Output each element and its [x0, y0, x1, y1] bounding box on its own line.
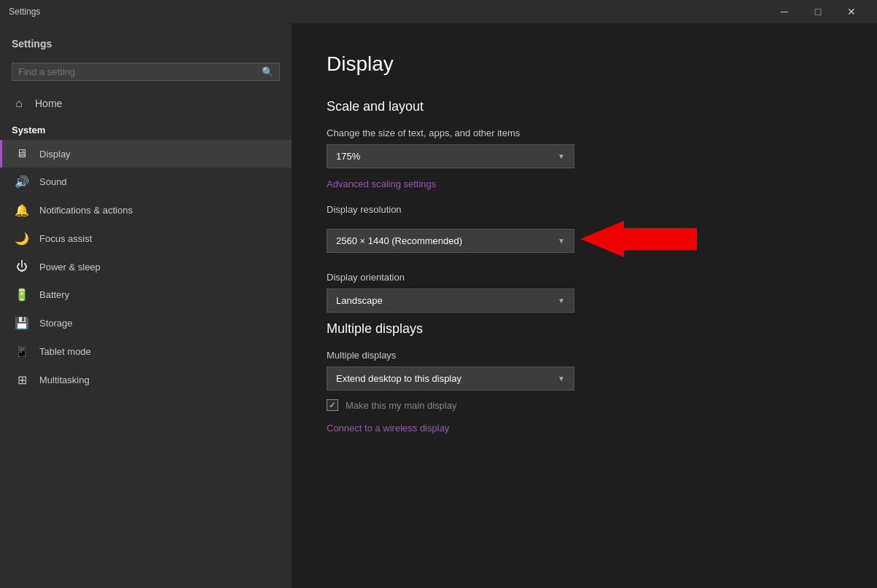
advanced-scaling-link[interactable]: Advanced scaling settings — [327, 179, 436, 189]
battery-icon: 🔋 — [15, 288, 29, 302]
sidebar-label-storage: Storage — [39, 318, 73, 329]
scale-dropdown-arrow: ▼ — [558, 152, 565, 160]
svg-marker-0 — [580, 221, 697, 257]
sidebar-label-power: Power & sleep — [39, 262, 101, 273]
multiple-displays-dropdown-arrow: ▼ — [558, 375, 565, 383]
resolution-value: 2560 × 1440 (Recommended) — [336, 235, 462, 246]
sidebar-item-focus-assist[interactable]: 🌙 Focus assist — [0, 224, 292, 253]
multiple-displays-section: Multiple displays Multiple displays Exte… — [327, 321, 842, 434]
resolution-dropdown-arrow: ▼ — [558, 237, 565, 245]
search-input[interactable] — [18, 66, 262, 77]
multiple-displays-value: Extend desktop to this display — [336, 373, 461, 384]
home-icon: ⌂ — [12, 97, 26, 110]
storage-icon: 💾 — [15, 316, 29, 330]
scale-layout-title: Scale and layout — [327, 99, 842, 114]
main-display-label: Make this my main display — [346, 400, 456, 411]
multiple-displays-title: Multiple displays — [327, 321, 842, 337]
maximize-button[interactable]: □ — [801, 0, 835, 23]
sidebar-label-multitasking: Multitasking — [39, 375, 90, 385]
sidebar-label-sound: Sound — [39, 176, 67, 187]
sidebar-label-battery: Battery — [39, 289, 69, 300]
window-title: Settings — [9, 7, 40, 17]
sidebar-item-display[interactable]: 🖥 Display — [0, 140, 292, 168]
sidebar: Settings 🔍 ⌂ Home System 🖥 Display 🔊 Sou… — [0, 23, 292, 588]
sidebar-label-notifications: Notifications & actions — [39, 205, 133, 216]
notifications-icon: 🔔 — [15, 203, 29, 217]
minimize-button[interactable]: ─ — [768, 0, 801, 23]
window-controls: ─ □ ✕ — [768, 0, 868, 23]
resolution-row: 2560 × 1440 (Recommended) ▼ — [327, 221, 842, 260]
orientation-dropdown[interactable]: Landscape ▼ — [327, 289, 574, 313]
content-area: Display Scale and layout Change the size… — [292, 23, 877, 588]
main-display-checkbox[interactable]: ✓ — [327, 399, 338, 411]
home-label: Home — [35, 98, 62, 109]
resolution-dropdown[interactable]: 2560 × 1440 (Recommended) ▼ — [327, 229, 574, 253]
sidebar-label-tablet: Tablet mode — [39, 346, 91, 357]
sidebar-item-battery[interactable]: 🔋 Battery — [0, 281, 292, 309]
titlebar: Settings ─ □ ✕ — [0, 0, 877, 23]
orientation-value: Landscape — [336, 295, 383, 306]
multiple-displays-label: Multiple displays — [327, 350, 842, 361]
display-icon: 🖥 — [15, 147, 29, 160]
resolution-label: Display resolution — [327, 204, 842, 215]
red-arrow-indicator — [580, 221, 697, 260]
scale-dropdown[interactable]: 175% ▼ — [327, 144, 574, 168]
search-icon: 🔍 — [262, 66, 273, 77]
system-label: System — [0, 117, 292, 140]
close-button[interactable]: ✕ — [835, 0, 868, 23]
focus-icon: 🌙 — [15, 232, 29, 246]
multiple-displays-dropdown[interactable]: Extend desktop to this display ▼ — [327, 366, 574, 391]
sidebar-item-power-sleep[interactable]: ⏻ Power & sleep — [0, 253, 292, 281]
power-icon: ⏻ — [15, 260, 29, 273]
multitasking-icon: ⊞ — [15, 373, 29, 387]
orientation-label: Display orientation — [327, 272, 842, 283]
sidebar-item-notifications[interactable]: 🔔 Notifications & actions — [0, 196, 292, 224]
scale-value: 175% — [336, 151, 360, 162]
tablet-icon: 📱 — [15, 345, 29, 358]
sidebar-label-focus: Focus assist — [39, 233, 92, 244]
search-wrap[interactable]: 🔍 — [12, 63, 280, 81]
sidebar-item-sound[interactable]: 🔊 Sound — [0, 168, 292, 196]
sound-icon: 🔊 — [15, 175, 29, 189]
sidebar-item-storage[interactable]: 💾 Storage — [0, 309, 292, 337]
sidebar-header: Settings — [0, 23, 292, 57]
size-label: Change the size of text, apps, and other… — [327, 128, 842, 138]
orientation-dropdown-arrow: ▼ — [558, 297, 565, 305]
search-container: 🔍 — [0, 57, 292, 90]
connect-wireless-link[interactable]: Connect to a wireless display — [327, 423, 449, 434]
page-title: Display — [327, 52, 842, 76]
sidebar-item-multitasking[interactable]: ⊞ Multitasking — [0, 366, 292, 394]
sidebar-item-home[interactable]: ⌂ Home — [0, 90, 292, 117]
main-display-row: ✓ Make this my main display — [327, 399, 842, 411]
sidebar-label-display: Display — [39, 149, 71, 160]
main-container: Settings 🔍 ⌂ Home System 🖥 Display 🔊 Sou… — [0, 23, 877, 588]
sidebar-item-tablet-mode[interactable]: 📱 Tablet mode — [0, 337, 292, 366]
